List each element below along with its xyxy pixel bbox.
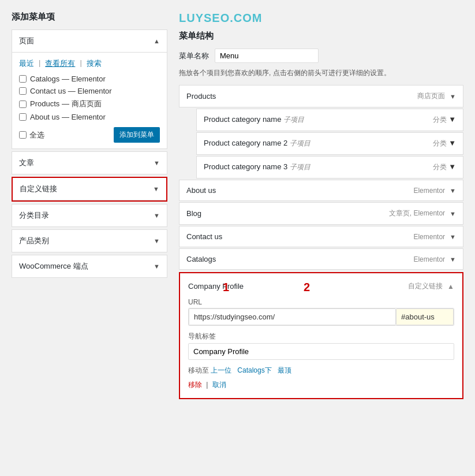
pages-checkbox-list: Catalogs — Elementor Contact us — Elemen… [19,75,160,121]
page-checkbox-0[interactable] [19,75,27,83]
expanded-right-info: 自定义链接 ▲ [408,281,454,291]
menu-name-row: 菜单名称 [179,49,463,63]
expanded-item-name: Company Profile [188,282,244,291]
products-name: Products [186,92,216,101]
sub-item-3-right: 分类 ▼ [433,162,457,172]
sub-item-2-right: 分类 ▼ [433,139,457,148]
sub-item-1-right: 分类 ▼ [433,115,457,125]
nav-tag-field-group: 导航标签 [188,332,454,360]
pages-arrow-icon: ▲ [154,38,160,44]
sub-item-2-left: Product category name 2 子项目 [204,139,311,148]
blog-type: 文章页, Elementor [389,209,445,218]
category-accordion: 分类目录 ▼ [12,204,167,227]
menu-item-about-us: About us Elementor ▼ [179,180,463,201]
category-accordion-header[interactable]: 分类目录 ▼ [12,204,167,226]
product-category-arrow-icon: ▼ [154,237,160,244]
woocommerce-accordion-header[interactable]: WooCommerce 端点 ▼ [12,255,167,277]
sub-item-2-sublabel: 子项目 [290,139,311,147]
sub-item-product-cat-2: Product category name 2 子项目 分类 ▼ [196,132,463,155]
add-to-menu-button[interactable]: 添加到菜单 [114,127,160,143]
pages-accordion-header[interactable]: 页面 ▲ [12,30,167,53]
page-checkbox-1[interactable] [19,87,27,95]
url-input-container [188,308,454,326]
page-checkbox-2[interactable] [19,101,27,108]
sub-item-1-type: 分类 [433,116,447,124]
product-category-accordion-header[interactable]: 产品类别 ▼ [12,230,167,252]
url-segment-1[interactable] [189,308,396,325]
hint-text: 拖放各个项目到您喜欢的顺序, 点击右侧的箭头可进行更详细的设置。 [179,68,463,78]
tab-search[interactable]: 搜索 [87,58,102,69]
left-panel-title: 添加菜单项 [12,12,167,23]
category-arrow-icon: ▼ [154,212,160,219]
woocommerce-label: WooCommerce 端点 [19,261,88,272]
page-label-2: Products — 商店页面 [30,99,102,109]
annotation-1: 1 [223,281,229,294]
page-checkbox-3[interactable] [19,113,27,121]
tab-view-all[interactable]: 查看所有 [45,58,75,69]
select-all-text: 全选 [29,130,44,140]
page-label-1: Contact us — Elementor [30,87,112,95]
nav-tag-input[interactable] [188,343,454,360]
page-label-3: About us — Elementor [30,113,106,121]
custom-link-accordion-header[interactable]: 自定义链接 ▼ [13,178,166,200]
page-item-3[interactable]: About us — Elementor [19,113,160,121]
sub-item-3-sublabel: 子项目 [290,163,311,171]
sub-item-1-name: Product category name [204,115,281,124]
select-all-checkbox[interactable] [19,131,27,139]
articles-label: 文章 [19,158,34,168]
up-link[interactable]: 上一位 [211,366,231,374]
cancel-link[interactable]: 取消 [212,381,226,389]
blog-name: Blog [186,209,201,218]
select-all-label[interactable]: 全选 [19,130,44,140]
blog-right: 文章页, Elementor ▼ [389,209,456,218]
action-separator: | [206,381,208,389]
blog-arrow-icon[interactable]: ▼ [450,210,456,217]
custom-link-label: 自定义链接 [20,184,57,194]
menu-item-blog: Blog 文章页, Elementor ▼ [179,202,463,225]
articles-accordion-header[interactable]: 文章 ▼ [12,152,167,174]
url-label: URL [188,298,454,306]
woocommerce-arrow-icon: ▼ [154,263,160,270]
page-item-2[interactable]: Products — 商店页面 [19,99,160,109]
under-link[interactable]: Catalogs下 [237,366,271,374]
articles-accordion: 文章 ▼ [12,151,167,174]
expanded-type-label: 自定义链接 [408,281,443,291]
expanded-arrow-icon[interactable]: ▲ [447,282,454,291]
nav-text: 移动至 [188,366,209,374]
product-category-label: 产品类别 [19,236,49,246]
page-item-0[interactable]: Catalogs — Elementor [19,75,160,83]
products-arrow-icon[interactable]: ▼ [450,93,456,100]
page-item-1[interactable]: Contact us — Elementor [19,87,160,95]
about-us-arrow-icon[interactable]: ▼ [450,187,456,194]
sub-item-3-arrow-icon[interactable]: ▼ [448,162,456,171]
about-us-name: About us [186,186,216,195]
url-segment-2[interactable] [396,308,454,325]
sub-item-2-arrow-icon[interactable]: ▼ [448,139,456,147]
sub-item-product-cat-1: Product category name 子项目 分类 ▼ [196,109,463,131]
contact-us-arrow-icon[interactable]: ▼ [450,233,456,240]
watermark: LUYSEO.COM [179,12,463,25]
sub-item-1-sublabel: 子项目 [283,116,304,124]
catalogs-right: Elementor ▼ [413,255,456,263]
category-label: 分类目录 [19,210,49,221]
nav-links: 移动至 上一位 Catalogs下 最顶 [188,366,454,375]
pages-tabs: 最近 | 查看所有 | 搜索 [19,58,160,69]
contact-us-right: Elementor ▼ [413,233,456,241]
sub-item-3-left: Product category name 3 子项目 [204,162,311,172]
pages-accordion: 页面 ▲ 最近 | 查看所有 | 搜索 Catalogs — Elementor [12,29,167,149]
sub-item-1-arrow-icon[interactable]: ▼ [448,115,456,124]
pages-label: 页面 [19,36,34,46]
menu-item-contact-us: Contact us Elementor ▼ [179,226,463,247]
catalogs-type: Elementor [413,255,445,263]
tab-recent[interactable]: 最近 [19,58,34,69]
sub-item-2-type: 分类 [433,139,447,147]
contact-us-type: Elementor [413,233,445,241]
products-type: 商店页面 [417,91,445,101]
sub-item-3-name: Product category name 3 [204,162,287,171]
menu-name-input[interactable] [215,49,319,63]
top-link[interactable]: 最顶 [278,366,291,374]
left-panel: 添加菜单项 页面 ▲ 最近 | 查看所有 | 搜索 Catalogs — El [12,12,167,399]
catalogs-arrow-icon[interactable]: ▼ [450,256,456,263]
remove-link[interactable]: 移除 [188,381,202,389]
articles-arrow-icon: ▼ [154,159,160,166]
